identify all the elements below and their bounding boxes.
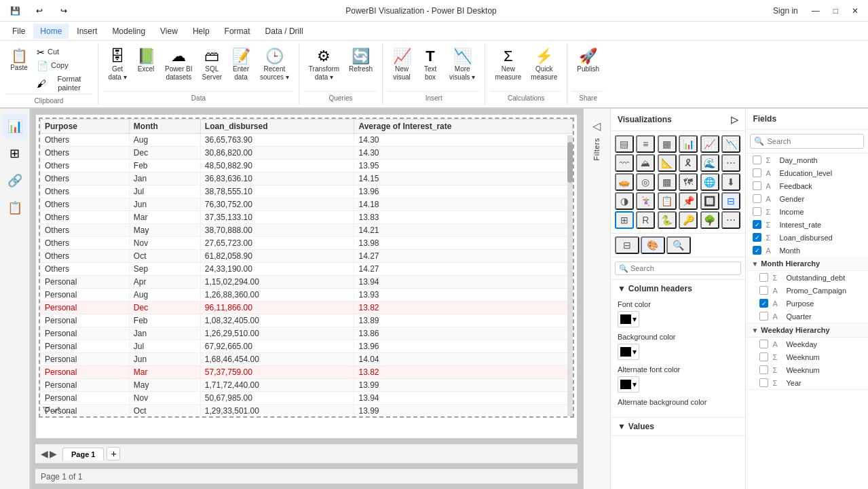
field-item[interactable]: ΣOutstanding_debt: [746, 271, 868, 284]
multi-row-card-icon[interactable]: 📋: [658, 192, 677, 210]
filter-expand-icon[interactable]: ◁: [592, 120, 601, 132]
focus-icon[interactable]: ⤢: [53, 404, 61, 415]
area-chart-icon[interactable]: ⛰: [636, 154, 655, 172]
field-checkbox[interactable]: [753, 207, 761, 216]
viz-search-input[interactable]: [615, 261, 742, 275]
alt-font-color-button[interactable]: ▾: [618, 376, 639, 393]
more-visuals-button[interactable]: 📉 Morevisuals ▾: [445, 46, 479, 84]
field-checkbox[interactable]: [753, 181, 761, 190]
paste-button[interactable]: 📋 Paste: [5, 46, 33, 75]
filled-map-icon[interactable]: 🌐: [700, 173, 719, 191]
menu-insert[interactable]: Insert: [70, 24, 104, 39]
field-item[interactable]: AEducation_level: [746, 166, 868, 179]
power-bi-datasets-button[interactable]: ☁ Power BIdatasets: [161, 46, 197, 84]
more-viz-icon[interactable]: ⋯: [721, 211, 740, 229]
field-checkbox[interactable]: [759, 273, 768, 282]
get-data-button[interactable]: 🗄 Getdata ▾: [104, 46, 131, 84]
new-visual-button[interactable]: 📈 Newvisual: [388, 46, 415, 84]
field-checkbox[interactable]: [759, 340, 768, 348]
field-item[interactable]: ΣWeeknum: [746, 350, 868, 363]
page-1-tab[interactable]: Page 1: [62, 448, 104, 460]
slicer-icon[interactable]: 🔲: [700, 192, 719, 210]
values-header[interactable]: ▼ Values: [611, 418, 746, 435]
line-chart-icon[interactable]: 〰: [615, 154, 634, 172]
field-item[interactable]: ✓APurpose: [746, 297, 868, 310]
save-button[interactable]: 💾: [5, 3, 24, 19]
field-group-header[interactable]: ▼ Month Hierarchy: [746, 257, 868, 271]
gauge-icon[interactable]: ◑: [615, 192, 634, 210]
treemap-icon[interactable]: ▩: [658, 173, 677, 191]
field-item[interactable]: ΣDay_month: [746, 153, 868, 166]
field-item[interactable]: APromo_Campaign: [746, 284, 868, 297]
report-view-button[interactable]: 📊: [3, 114, 27, 139]
field-checkbox[interactable]: [759, 286, 768, 295]
field-item[interactable]: ✓ΣInterest_rate: [746, 218, 868, 231]
column-headers-header[interactable]: ▼ Column headers: [611, 280, 746, 297]
transform-data-button[interactable]: ⚙ Transformdata ▾: [305, 46, 343, 84]
menu-format[interactable]: Format: [218, 24, 257, 39]
field-item[interactable]: ΣYear: [746, 376, 868, 389]
matrix-icon[interactable]: ⊞: [615, 211, 634, 229]
text-box-button[interactable]: T Textbox: [417, 46, 444, 84]
field-group-header[interactable]: ▼ Weekday Hierarchy: [746, 323, 868, 338]
field-item[interactable]: ΣIncome: [746, 205, 868, 218]
redo-button[interactable]: ↪: [54, 3, 73, 19]
field-checkbox[interactable]: [759, 352, 768, 361]
field-item[interactable]: ✓ΣLoan_disbursed: [746, 231, 868, 244]
field-checkbox[interactable]: [753, 194, 761, 203]
field-item[interactable]: AQuarter: [746, 310, 868, 323]
field-item[interactable]: AGender: [746, 192, 868, 205]
stacked-col-icon[interactable]: 📊: [679, 135, 698, 153]
more-options-icon[interactable]: …: [64, 404, 73, 415]
field-checkbox[interactable]: [753, 156, 761, 164]
dax-view-button[interactable]: 📋: [3, 196, 27, 220]
table-icon[interactable]: ⊟: [721, 192, 740, 210]
field-checkbox[interactable]: [759, 312, 768, 321]
decomp-tree-icon[interactable]: 🌳: [700, 211, 719, 229]
vertical-scrollbar[interactable]: [567, 135, 573, 416]
key-influencers-icon[interactable]: 🔑: [679, 211, 698, 229]
signin-button[interactable]: Sign in: [769, 5, 802, 17]
refresh-button[interactable]: 🔄 Refresh: [345, 46, 377, 76]
new-measure-button[interactable]: Σ Newmeasure: [491, 46, 525, 84]
field-checkbox[interactable]: ✓: [753, 246, 761, 255]
analytics-build-icon[interactable]: 🔍: [666, 236, 691, 254]
field-checkbox[interactable]: [759, 378, 768, 387]
menu-file[interactable]: File: [5, 24, 32, 39]
minimize-button[interactable]: —: [808, 5, 824, 17]
stacked-bar-icon[interactable]: ▤: [615, 135, 634, 153]
recent-sources-button[interactable]: 🕒 Recentsources ▾: [256, 46, 293, 84]
copy-button[interactable]: 📄 Copy: [34, 60, 92, 72]
field-checkbox[interactable]: ✓: [759, 299, 768, 308]
line-clustered-icon[interactable]: 📐: [658, 154, 677, 172]
donut-icon[interactable]: ◎: [636, 173, 655, 191]
clustered-bar-icon[interactable]: ≡: [636, 135, 655, 153]
map-icon[interactable]: 🗺: [679, 173, 698, 191]
kpi-icon[interactable]: 📌: [679, 192, 698, 210]
fields-search-input[interactable]: [750, 134, 864, 149]
field-checkbox[interactable]: ✓: [753, 233, 761, 242]
model-view-button[interactable]: 🔗: [3, 168, 27, 193]
fields-build-icon[interactable]: ⊟: [615, 236, 639, 254]
quick-measure-button[interactable]: ⚡ Quickmeasure: [527, 46, 561, 84]
ribbon-chart-icon[interactable]: 🎗: [679, 154, 698, 172]
100pct-col-icon[interactable]: 📉: [721, 135, 740, 153]
filter-icon[interactable]: ▽: [43, 404, 50, 415]
prev-page-button[interactable]: ◀: [41, 448, 48, 459]
menu-help[interactable]: Help: [186, 24, 216, 39]
pie-chart-icon[interactable]: 🥧: [615, 173, 634, 191]
enter-data-button[interactable]: 📝 Enterdata: [227, 46, 254, 84]
field-item[interactable]: ΣWeeknum: [746, 363, 868, 376]
field-checkbox[interactable]: ✓: [753, 220, 761, 229]
clustered-col-icon[interactable]: 📈: [700, 135, 719, 153]
waterfall-icon[interactable]: 🌊: [700, 154, 719, 172]
bg-color-button[interactable]: ▾: [618, 344, 639, 360]
undo-button[interactable]: ↩: [30, 3, 49, 19]
field-item[interactable]: AFeedback: [746, 179, 868, 192]
menu-data-drill[interactable]: Data / Drill: [259, 24, 310, 39]
card-icon[interactable]: 🃏: [636, 192, 655, 210]
field-checkbox[interactable]: [753, 168, 761, 177]
table-visual[interactable]: Purpose Month Loan_disbursed Average of …: [39, 117, 574, 418]
field-item[interactable]: AWeekday: [746, 338, 868, 350]
maximize-button[interactable]: □: [829, 5, 842, 17]
